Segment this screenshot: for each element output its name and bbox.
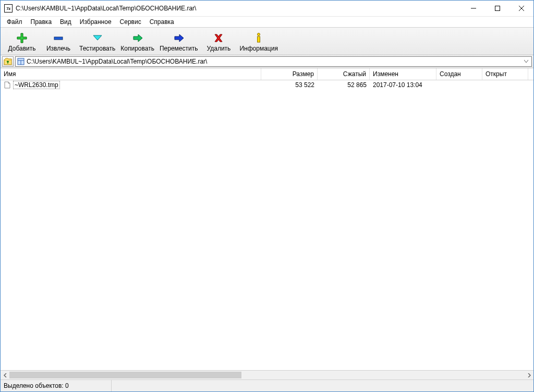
- status-empty: [112, 380, 533, 391]
- menu-file[interactable]: Файл: [3, 17, 27, 27]
- toolbar-test-label: Тестировать: [79, 45, 115, 52]
- scroll-track[interactable]: [9, 371, 525, 379]
- minimize-icon: [471, 6, 476, 11]
- folder-up-icon: [4, 57, 12, 66]
- app-window: 7z C:\Users\KAMBUL~1\AppData\Local\Temp\…: [0, 0, 534, 392]
- info-icon: [253, 32, 264, 44]
- col-opened[interactable]: Открыт: [482, 68, 528, 80]
- file-name-cell: ~WRL2630.tmp: [1, 81, 261, 89]
- copy-arrow-icon: [132, 32, 143, 44]
- delete-x-icon: [213, 32, 224, 44]
- menu-tools[interactable]: Сервис: [116, 17, 145, 27]
- horizontal-scrollbar[interactable]: [1, 370, 533, 379]
- toolbar-info-button[interactable]: Информация: [237, 31, 280, 54]
- maximize-icon: [495, 6, 500, 11]
- file-modified: 2017-07-10 13:04: [370, 81, 436, 89]
- svg-point-5: [258, 33, 260, 36]
- file-packed: 52 865: [318, 81, 370, 89]
- archive-icon: [17, 58, 25, 65]
- minimize-button[interactable]: [462, 1, 486, 16]
- file-row[interactable]: ~WRL2630.tmp 53 522 52 865 2017-07-10 13…: [1, 80, 533, 90]
- column-headers: Имя Размер Сжатый Изменен Создан Открыт: [1, 68, 533, 80]
- toolbar-test-button[interactable]: Тестировать: [77, 31, 118, 54]
- menu-view[interactable]: Вид: [56, 17, 76, 27]
- chevron-down-icon: [524, 60, 528, 63]
- menu-edit[interactable]: Правка: [27, 17, 56, 27]
- file-name: ~WRL2630.tmp: [13, 81, 60, 89]
- toolbar-add-label: Добавить: [8, 45, 35, 52]
- file-size: 53 522: [261, 81, 318, 89]
- toolbar-copy-button[interactable]: Копировать: [118, 31, 157, 54]
- toolbar-add-button[interactable]: Добавить: [4, 31, 40, 54]
- check-down-icon: [92, 32, 103, 44]
- col-name[interactable]: Имя: [1, 68, 261, 80]
- minus-icon: [53, 32, 64, 44]
- address-bar: C:\Users\KAMBUL~1\AppData\Local\Temp\ОБО…: [1, 55, 533, 68]
- move-arrow-icon: [173, 32, 185, 44]
- maximize-button[interactable]: [486, 1, 509, 16]
- status-bar: Выделено объектов: 0: [1, 379, 533, 391]
- plus-icon: [16, 32, 28, 44]
- scroll-thumb[interactable]: [9, 372, 241, 378]
- toolbar-extract-button[interactable]: Извлечь: [40, 31, 77, 54]
- close-icon: [519, 6, 524, 11]
- window-title: C:\Users\KAMBUL~1\AppData\Local\Temp\ОБО…: [16, 5, 196, 12]
- window-controls: [462, 1, 533, 16]
- toolbar-extract-label: Извлечь: [46, 45, 70, 52]
- svg-rect-6: [258, 36, 260, 42]
- up-button[interactable]: [2, 56, 14, 67]
- col-size[interactable]: Размер: [261, 68, 318, 80]
- svg-rect-4: [54, 37, 63, 40]
- title-bar: 7z C:\Users\KAMBUL~1\AppData\Local\Temp\…: [1, 1, 533, 17]
- toolbar-move-label: Переместить: [160, 45, 198, 52]
- address-text: C:\Users\KAMBUL~1\AppData\Local\Temp\ОБО…: [27, 58, 520, 65]
- file-list[interactable]: ~WRL2630.tmp 53 522 52 865 2017-07-10 13…: [1, 80, 533, 370]
- chevron-right-icon: [528, 373, 531, 377]
- file-icon: [4, 81, 11, 89]
- col-packed[interactable]: Сжатый: [318, 68, 370, 80]
- chevron-left-icon: [4, 373, 7, 377]
- menu-favorites[interactable]: Избранное: [76, 17, 116, 27]
- toolbar-move-button[interactable]: Переместить: [157, 31, 201, 54]
- menu-help[interactable]: Справка: [145, 17, 178, 27]
- col-created[interactable]: Создан: [436, 68, 482, 80]
- toolbar-delete-button[interactable]: Удалить: [200, 31, 237, 54]
- toolbar-copy-label: Копировать: [120, 45, 154, 52]
- toolbar-delete-label: Удалить: [207, 45, 231, 52]
- toolbar: Добавить Извлечь Тестировать Копировать …: [1, 27, 533, 55]
- scroll-right-arrow[interactable]: [525, 371, 533, 379]
- address-dropdown-arrow[interactable]: [523, 59, 530, 64]
- status-selection: Выделено объектов: 0: [1, 380, 112, 391]
- app-icon: 7z: [4, 4, 13, 13]
- scroll-left-arrow[interactable]: [1, 371, 9, 379]
- col-modified[interactable]: Изменен: [370, 68, 436, 80]
- close-button[interactable]: [509, 1, 533, 16]
- address-input[interactable]: C:\Users\KAMBUL~1\AppData\Local\Temp\ОБО…: [15, 56, 532, 67]
- menu-bar: Файл Правка Вид Избранное Сервис Справка: [1, 17, 533, 27]
- toolbar-info-label: Информация: [239, 45, 277, 52]
- svg-rect-1: [495, 6, 500, 11]
